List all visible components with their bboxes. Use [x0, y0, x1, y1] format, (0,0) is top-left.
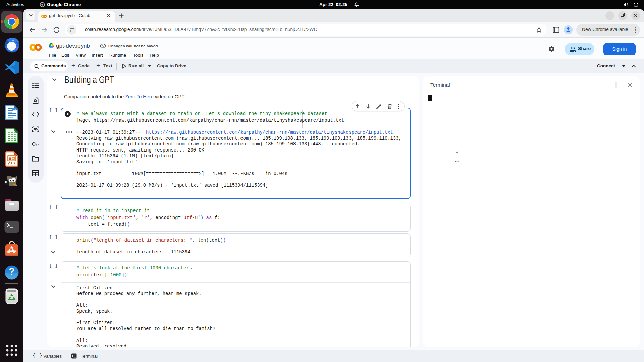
svg-text:?: ? [9, 266, 15, 277]
